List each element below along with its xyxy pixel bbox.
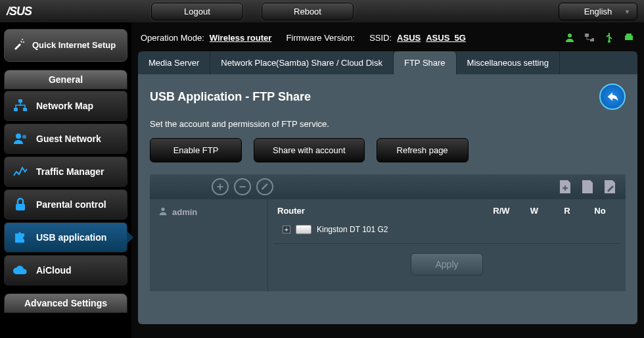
asus-logo: /SUS — [7, 5, 32, 18]
svg-rect-9 — [585, 34, 589, 37]
svg-point-11 — [608, 40, 610, 43]
svg-point-8 — [568, 34, 572, 37]
add-user-icon[interactable]: + — [212, 178, 229, 195]
rename-folder-icon[interactable] — [603, 179, 616, 195]
remove-user-icon[interactable]: − — [234, 178, 251, 195]
expand-icon[interactable]: + — [283, 226, 290, 233]
section-general: General — [4, 70, 127, 89]
svg-rect-2 — [18, 99, 22, 103]
refresh-button[interactable]: Refresh page — [377, 138, 469, 162]
ssid-1[interactable]: ASUS — [397, 33, 421, 43]
sidebar-item-network-map[interactable]: Network Map — [4, 91, 127, 121]
user-status-icon[interactable] — [564, 32, 576, 43]
delete-folder-icon[interactable] — [581, 179, 594, 195]
col-r: R — [551, 206, 584, 216]
printer-status-icon[interactable] — [623, 32, 635, 43]
sidebar-item-label: USB application — [36, 232, 106, 243]
col-w: W — [518, 206, 551, 216]
sidebar-item-label: AiCloud — [36, 265, 72, 276]
sidebar-item-traffic-manager[interactable]: Traffic Manager — [4, 157, 127, 187]
lock-icon — [12, 197, 28, 212]
reboot-button[interactable]: Reboot — [262, 3, 354, 20]
ssid-label: SSID: — [369, 33, 392, 43]
col-router: Router — [277, 206, 485, 216]
user-name[interactable]: admin — [172, 207, 197, 217]
enable-ftp-button[interactable]: Enable FTP — [150, 138, 242, 162]
svg-point-5 — [16, 133, 21, 139]
sidebar-item-label: Traffic Manager — [36, 166, 104, 177]
device-name: Kingston DT 101 G2 — [317, 225, 388, 234]
svg-rect-12 — [625, 36, 633, 40]
sidebar-item-aicloud[interactable]: AiCloud — [4, 255, 127, 285]
cloud-icon — [12, 262, 28, 278]
share-account-button[interactable]: Share with account — [254, 138, 365, 162]
svg-rect-13 — [626, 34, 632, 36]
svg-rect-7 — [16, 204, 25, 210]
apply-button[interactable]: Apply — [411, 253, 482, 276]
page-title: USB Application - FTP Share — [150, 90, 311, 104]
traffic-manager-icon — [12, 164, 28, 180]
puzzle-icon — [12, 229, 28, 245]
sidebar-item-label: Guest Network — [36, 133, 101, 144]
tab-misc-setting[interactable]: Miscellaneous setting — [457, 51, 560, 74]
quick-setup-label: Quick Internet Setup — [32, 40, 116, 51]
quick-internet-setup-button[interactable]: Quick Internet Setup — [4, 29, 127, 62]
svg-point-6 — [22, 135, 26, 139]
drive-icon — [296, 225, 311, 234]
op-mode-label: Operation Mode: — [141, 33, 204, 43]
usb-status-icon[interactable] — [603, 32, 615, 43]
language-dropdown[interactable]: English — [559, 3, 637, 20]
network-status-icon[interactable] — [584, 32, 595, 43]
page-description: Set the account and permission of FTP se… — [150, 119, 626, 129]
add-folder-icon[interactable] — [559, 179, 572, 195]
sidebar-item-label: Parental control — [36, 199, 106, 210]
guest-network-icon — [12, 131, 28, 147]
user-icon — [158, 206, 168, 218]
col-no: No — [584, 206, 616, 216]
network-map-icon — [12, 98, 28, 114]
sidebar-item-label: Network Map — [36, 101, 93, 111]
svg-rect-3 — [14, 108, 18, 111]
section-advanced: Advanced Settings — [4, 293, 127, 313]
col-rw: R/W — [485, 206, 518, 216]
sidebar-item-parental-control[interactable]: Parental control — [4, 189, 127, 220]
svg-point-0 — [22, 39, 23, 40]
device-row[interactable]: + Kingston DT 101 G2 — [273, 222, 620, 244]
tab-media-server[interactable]: Media Server — [138, 51, 210, 74]
svg-point-14 — [161, 208, 164, 211]
svg-point-1 — [23, 41, 24, 43]
edit-user-icon[interactable] — [256, 178, 273, 195]
logout-button[interactable]: Logout — [151, 3, 243, 20]
ssid-2[interactable]: ASUS_5G — [426, 33, 466, 43]
svg-rect-4 — [23, 108, 27, 111]
op-mode-value[interactable]: Wireless router — [210, 33, 272, 43]
tab-samba-share[interactable]: Network Place(Samba) Share / Cloud Disk — [210, 51, 394, 74]
tab-ftp-share[interactable]: FTP Share — [394, 51, 457, 74]
sidebar-item-guest-network[interactable]: Guest Network — [4, 124, 127, 154]
fw-label: Firmware Version: — [286, 33, 355, 43]
sidebar-item-usb-application[interactable]: USB application — [4, 222, 127, 253]
back-button[interactable] — [599, 84, 626, 110]
wand-icon — [10, 37, 26, 53]
